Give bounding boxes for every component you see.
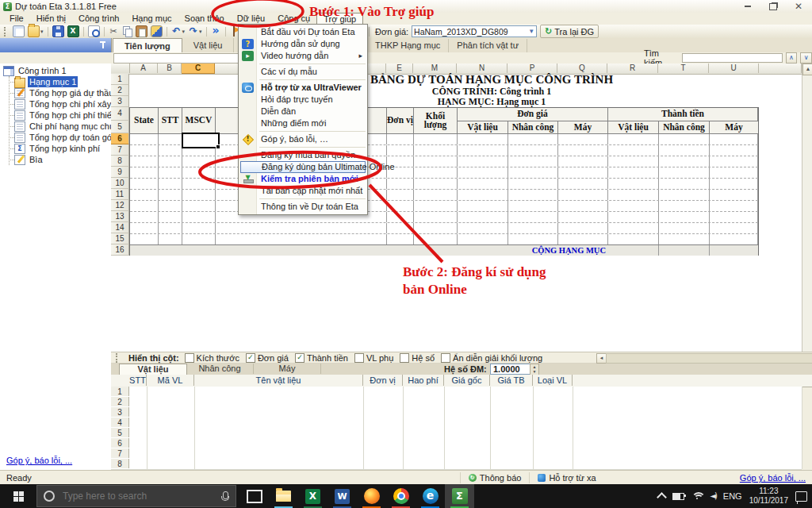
toolbar-print-button[interactable] bbox=[86, 25, 102, 38]
material-col-gia-tb[interactable]: Giá TB bbox=[490, 375, 533, 386]
row-header-8[interactable]: 8 bbox=[111, 156, 129, 167]
speaker-icon[interactable]: ◄) bbox=[710, 492, 716, 500]
tree-item-tong-hop-chi-phi-xay-dung[interactable]: Tổng hợp chi phí xây dựng bbox=[3, 98, 109, 110]
checkbox-he-so[interactable]: Hệ số bbox=[400, 353, 435, 363]
taskbar-search[interactable] bbox=[36, 485, 236, 507]
menu-item-kiem-tra-phien-ban-moi[interactable]: Kiểm tra phiên bản mới bbox=[239, 173, 367, 185]
feedback-link[interactable]: Góp ý, báo lỗi, ... bbox=[6, 456, 72, 465]
row-header-4[interactable]: 4 bbox=[111, 107, 129, 121]
column-header-M[interactable]: M bbox=[413, 64, 457, 73]
tra-lai-dg-button[interactable]: ↻ Tra lại ĐG bbox=[540, 25, 599, 38]
tray-chevron-icon[interactable] bbox=[657, 492, 667, 502]
toolbar-excel-button[interactable] bbox=[66, 25, 81, 38]
tab-thkp-hang-muc[interactable]: THKP Hạng mục bbox=[367, 39, 449, 52]
row-header-3[interactable]: 3 bbox=[111, 96, 129, 107]
toolbar-save-button[interactable] bbox=[51, 25, 66, 38]
toolbar-new-button[interactable] bbox=[11, 25, 26, 38]
row-header-14[interactable]: 14 bbox=[111, 222, 129, 233]
toolbar-undo-button[interactable]: ▾ bbox=[170, 25, 187, 38]
tab-tien-luong[interactable]: Tiên lượng bbox=[113, 38, 182, 52]
pin-icon[interactable] bbox=[99, 41, 106, 48]
checkbox-don-gia[interactable]: ✓Đơn giá bbox=[246, 353, 289, 363]
toolbar-copy-button[interactable] bbox=[121, 25, 134, 38]
row-header-15[interactable]: 15 bbox=[111, 233, 129, 244]
menu-item-thong-tin-ve-du-toan-eta[interactable]: Thông tin về Dự toán Eta bbox=[239, 201, 367, 213]
checkbox-kich-thuoc[interactable]: Kích thước bbox=[185, 353, 239, 363]
material-col-ten-vat-lieu[interactable]: Tên vật liệu bbox=[194, 375, 363, 386]
language-indicator[interactable]: ENG bbox=[723, 491, 742, 501]
clock[interactable]: 11:23 10/11/2017 bbox=[749, 487, 788, 506]
checkbox-box-icon[interactable] bbox=[441, 353, 450, 363]
checkbox-thanh-tien[interactable]: ✓Thành tiền bbox=[295, 353, 348, 363]
row-header-9[interactable]: 9 bbox=[111, 167, 129, 178]
taskbar-icon-eta[interactable] bbox=[445, 484, 474, 508]
vertical-scrollbar[interactable]: ▲ bbox=[802, 64, 812, 352]
material-col-stt[interactable]: STT bbox=[129, 375, 147, 386]
column-header-T[interactable]: T bbox=[658, 64, 709, 73]
tab-phan-tich-vat-tu[interactable]: Phân tích vật tư bbox=[449, 39, 527, 52]
toolbar-format-brush-button[interactable] bbox=[149, 25, 164, 38]
maximize-button[interactable] bbox=[766, 1, 780, 12]
column-header-P[interactable]: P bbox=[508, 64, 557, 73]
taskbar-search-input[interactable] bbox=[61, 490, 199, 502]
bottom-tab-vat-lieu[interactable]: Vật liệu bbox=[119, 364, 187, 375]
search-up-button[interactable]: ∧ bbox=[786, 52, 798, 64]
column-header[interactable] bbox=[759, 64, 802, 73]
toolbar-paste-button[interactable] bbox=[134, 25, 149, 38]
checkbox-box-icon[interactable]: ✓ bbox=[295, 353, 304, 363]
column-header-N[interactable]: N bbox=[457, 64, 508, 73]
column-header-A[interactable]: A bbox=[129, 64, 158, 73]
row-header-1[interactable]: 1 bbox=[111, 74, 129, 85]
don-gia-select[interactable]: HaNam_2013XD_DG809 ▼ bbox=[412, 25, 537, 37]
material-col-don-vi[interactable]: Đơn vị bbox=[363, 375, 403, 386]
scroll-up-icon[interactable]: ▲ bbox=[802, 64, 812, 75]
column-header-B[interactable]: B bbox=[158, 64, 182, 73]
column-header-R[interactable]: R bbox=[607, 64, 658, 73]
menubar-item-tro-giup[interactable]: Trợ giúp bbox=[316, 13, 363, 25]
row-header-12[interactable]: 12 bbox=[111, 200, 129, 211]
menu-item-dang-ky-dung-ban-ultimate-online[interactable]: Đăng ký dùng bản Ultimate Online bbox=[240, 161, 366, 173]
tree-item-tong-hop-chi-phi-thiet-bi[interactable]: Tổng hợp chi phí thiết bị bbox=[3, 110, 109, 121]
tree-item-tong-hop-kinh-phi[interactable]: Tổng hợp kinh phí bbox=[3, 143, 109, 154]
start-button[interactable] bbox=[0, 484, 36, 508]
checkbox-vl-phu[interactable]: VL phụ bbox=[354, 353, 393, 363]
menu-item-dang-ky-mua-ban-quyen[interactable]: Đăng ký mua bản quyền bbox=[239, 149, 367, 161]
taskbar-icon-word[interactable] bbox=[327, 484, 357, 508]
menubar-item-hien-thi[interactable]: Hiển thị bbox=[30, 13, 72, 25]
row-header-5[interactable]: 5 bbox=[111, 121, 129, 133]
column-header-Q[interactable]: Q bbox=[557, 64, 607, 73]
menu-item-video-huong-dan[interactable]: Video hướng dẫn▸ bbox=[239, 50, 367, 62]
toolbar-redo-button[interactable]: ▾ bbox=[186, 25, 204, 38]
he-so-dm-spinner[interactable]: ▲▼ bbox=[530, 364, 539, 375]
search-down-button[interactable]: ∨ bbox=[800, 52, 812, 64]
taskbar-icon-task-view[interactable] bbox=[239, 484, 269, 508]
menubar-item-du-lieu[interactable]: Dữ liệu bbox=[231, 13, 272, 25]
menubar-item-cong-trinh[interactable]: Công trình bbox=[72, 13, 125, 25]
feedback-link-status[interactable]: Góp ý, báo lỗi, ... bbox=[740, 473, 806, 483]
material-col-hao-phi[interactable]: Hao phí bbox=[403, 375, 444, 386]
menubar-item-cong-cu[interactable]: Công cụ bbox=[271, 13, 316, 25]
menubar-item-hang-muc[interactable]: Hạng mục bbox=[125, 13, 178, 25]
row-header-10[interactable]: 10 bbox=[111, 178, 129, 189]
menu-item-ho-tro-tu-xa-ultraviewer[interactable]: Hỗ trợ từ xa UltraViewer bbox=[239, 82, 367, 94]
tree-item-tong-hop-gia-du-thau[interactable]: Tổng hợp giá dự thầu bbox=[3, 87, 109, 98]
row-header-2[interactable]: 2 bbox=[111, 85, 129, 96]
action-center-icon[interactable] bbox=[795, 491, 807, 502]
he-so-dm-value[interactable]: 1.0000 bbox=[490, 364, 532, 375]
taskbar-icon-firefox[interactable] bbox=[357, 484, 386, 508]
toolbar-cut-button[interactable] bbox=[107, 25, 121, 38]
close-button[interactable]: ✕ bbox=[791, 1, 806, 12]
menubar-item-soan-thao[interactable]: Soạn thảo bbox=[178, 13, 231, 25]
wifi-icon[interactable] bbox=[691, 492, 703, 501]
taskbar-icon-file-explorer[interactable] bbox=[269, 484, 298, 508]
tab-vat-lieu[interactable]: Vật liệu bbox=[182, 38, 235, 52]
menu-item-nhung-diem-moi[interactable]: Những điểm mới bbox=[239, 117, 367, 129]
taskbar-icon-excel[interactable] bbox=[298, 484, 327, 508]
menu-item-cac-vi-du-mau[interactable]: Các ví dụ mẫu bbox=[239, 66, 367, 78]
column-header-C[interactable]: C bbox=[182, 64, 215, 74]
menu-item-tai-ban-cap-nhat-moi-nhat[interactable]: Tải bản cập nhật mới nhất bbox=[239, 185, 367, 197]
taskbar-icon-chrome[interactable] bbox=[386, 484, 416, 508]
row-header-7[interactable]: 7 bbox=[111, 144, 129, 156]
bottom-tab-nhan-cong[interactable]: Nhân công bbox=[186, 364, 254, 374]
scrollbar-track[interactable] bbox=[606, 353, 812, 364]
